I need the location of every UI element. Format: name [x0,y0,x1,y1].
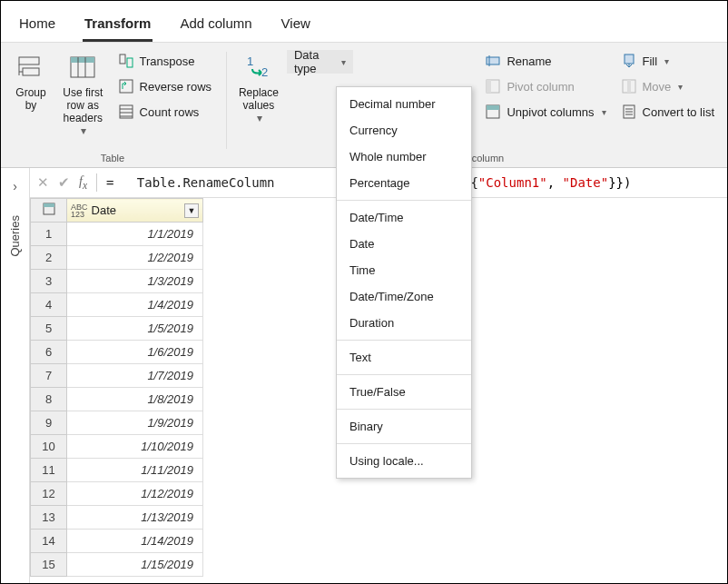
data-cell[interactable]: 1/6/2019 [67,341,203,364]
menu-whole-number[interactable]: Whole number [337,144,471,170]
fill-button[interactable]: Fill ▾ [617,50,718,72]
chevron-down-icon: ▾ [664,56,669,66]
row-number[interactable]: 11 [31,459,67,482]
group-by-icon [15,52,46,83]
menu-decimal-number[interactable]: Decimal number [337,91,471,117]
svg-rect-8 [120,54,125,64]
menu-duration[interactable]: Duration [337,310,471,336]
svg-text:1: 1 [247,54,253,68]
menu-datetime[interactable]: Date/Time [337,204,471,231]
menu-truefalse[interactable]: True/False [337,379,471,405]
chevron-down-icon: ▾ [602,107,606,117]
unpivot-columns-button[interactable]: Unpivot columns ▾ [481,101,609,123]
menu-time[interactable]: Time [337,257,471,283]
svg-rect-10 [120,80,133,93]
row-number[interactable]: 8 [31,388,67,411]
svg-rect-25 [627,80,631,93]
row-number[interactable]: 4 [31,293,67,317]
data-cell[interactable]: 1/8/2019 [67,388,203,411]
tab-view[interactable]: View [280,12,312,42]
data-cell[interactable]: 1/13/2019 [67,506,203,530]
select-all-corner[interactable] [31,199,67,223]
menu-divider [337,200,471,201]
count-rows-button[interactable]: Count rows [114,101,215,123]
svg-rect-23 [625,54,634,64]
replace-values-button[interactable]: 12 Replace values ▾ [234,48,283,128]
pivot-column-button: Pivot column [481,75,609,97]
svg-rect-22 [487,105,499,110]
group-label-table: Table [101,153,124,167]
chevron-down-icon: ▾ [257,112,262,124]
unpivot-icon [485,104,501,120]
menu-datetimezone[interactable]: Date/Time/Zone [337,283,471,310]
data-cell[interactable]: 1/14/2019 [67,530,203,553]
formula-cancel-icon[interactable]: ✕ [37,174,49,191]
table-header-icon [67,52,98,83]
data-cell[interactable]: 1/15/2019 [67,553,203,577]
row-number[interactable]: 14 [31,530,67,553]
datatype-icon[interactable]: ABC123 [71,203,88,218]
data-cell[interactable]: 1/12/2019 [67,482,203,506]
svg-rect-0 [19,57,39,64]
formula-accept-icon[interactable]: ✔ [58,174,70,191]
tab-home[interactable]: Home [17,12,57,42]
replace-values-icon: 12 [243,52,274,83]
data-cell[interactable]: 1/10/2019 [67,435,203,459]
menu-binary[interactable]: Binary [337,413,471,440]
move-button: Move ▾ [617,75,718,97]
row-number[interactable]: 5 [31,317,67,341]
row-number[interactable]: 9 [31,411,67,435]
row-number[interactable]: 10 [31,435,67,459]
transpose-button[interactable]: Transpose [114,50,215,72]
menu-using-locale[interactable]: Using locale... [337,448,471,474]
svg-rect-31 [44,203,54,207]
reverse-rows-button[interactable]: Reverse rows [114,75,215,97]
menu-date[interactable]: Date [337,231,471,257]
row-number[interactable]: 7 [31,364,67,388]
tab-transform[interactable]: Transform [83,12,152,42]
queries-sidebar[interactable]: › Queries [1,168,30,583]
row-number[interactable]: 6 [31,341,67,364]
group-by-button[interactable]: Group by [6,48,55,115]
row-number[interactable]: 13 [31,506,67,530]
pivot-icon [485,78,501,94]
row-number[interactable]: 15 [31,553,67,577]
data-cell[interactable]: 1/2/2019 [67,246,203,270]
move-icon [621,78,637,94]
svg-rect-5 [71,57,94,63]
data-type-button[interactable]: Data type ▾ [287,50,353,74]
column-header-date[interactable]: ABC123 Date ▼ [67,199,203,223]
data-cell[interactable]: 1/7/2019 [67,364,203,388]
use-first-row-button[interactable]: Use first row as headers ▾ [55,48,111,141]
chevron-right-icon: › [13,179,17,193]
rename-icon [485,53,501,69]
rename-button[interactable]: Rename [481,50,609,72]
data-cell[interactable]: 1/9/2019 [67,411,203,435]
data-cell[interactable]: 1/3/2019 [67,270,203,293]
menu-currency[interactable]: Currency [337,117,471,144]
data-cell[interactable]: 1/1/2019 [67,223,203,246]
column-filter-button[interactable]: ▼ [184,203,199,218]
data-cell[interactable]: 1/4/2019 [67,293,203,317]
svg-rect-20 [487,80,491,93]
menu-divider [337,409,471,410]
menu-text[interactable]: Text [337,344,471,371]
row-number[interactable]: 2 [31,246,67,270]
menu-divider [337,443,471,444]
menu-divider [337,340,471,341]
row-number[interactable]: 1 [31,223,67,246]
data-cell[interactable]: 1/5/2019 [67,317,203,341]
queries-label: Queries [8,215,22,257]
tab-add-column[interactable]: Add column [178,12,253,42]
data-type-dropdown: Decimal number Currency Whole number Per… [336,86,472,479]
row-number[interactable]: 12 [31,482,67,506]
fx-icon[interactable]: fx [79,174,87,192]
data-cell[interactable]: 1/11/2019 [67,459,203,482]
column-header-label: Date [92,203,116,217]
chevron-down-icon: ▾ [81,124,86,137]
chevron-down-icon: ▾ [678,82,683,92]
svg-text:2: 2 [261,65,268,79]
convert-to-list-button[interactable]: Convert to list [617,101,718,123]
row-number[interactable]: 3 [31,270,67,293]
menu-percentage[interactable]: Percentage [337,170,471,196]
